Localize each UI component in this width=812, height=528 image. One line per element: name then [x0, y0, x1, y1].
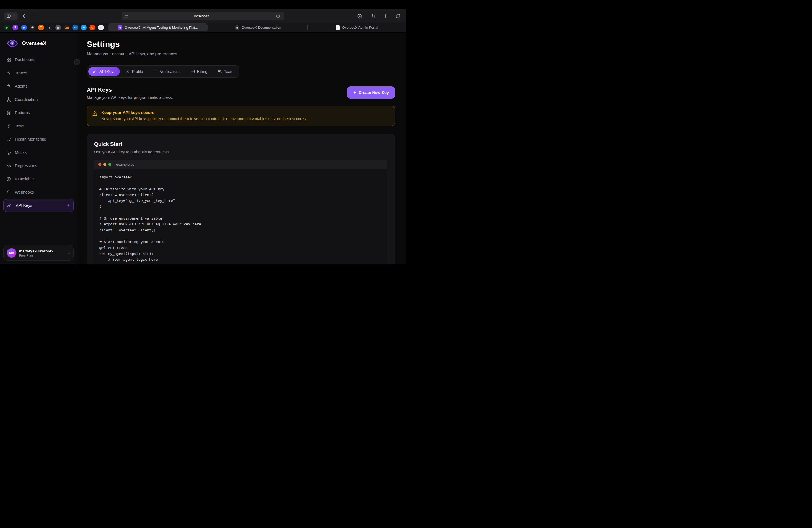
- user-icon: [126, 69, 130, 74]
- create-new-key-label: Create New Key: [359, 90, 389, 95]
- sidebar-item-label: AI Insights: [15, 177, 34, 181]
- sidebar-item-regressions[interactable]: Regressions: [0, 159, 77, 172]
- warning-title: Keep your API keys secure: [101, 110, 307, 115]
- sidebar-item-label: Health Monitoring: [15, 137, 46, 142]
- code-window-header: example.py: [95, 160, 387, 169]
- bookmark-favicon-blue-bird[interactable]: ➤: [81, 25, 87, 30]
- create-new-key-button[interactable]: + Create New Key: [347, 86, 395, 99]
- sidebar-item-patterns[interactable]: Patterns: [0, 106, 77, 119]
- reload-button[interactable]: [274, 14, 282, 18]
- traffic-light-green: [108, 163, 111, 166]
- tab-team[interactable]: Team: [213, 67, 238, 76]
- brand: OverseeX: [0, 33, 77, 52]
- quick-start-title: Quick Start: [94, 141, 388, 147]
- sidebar-item-label: Mocks: [15, 150, 27, 155]
- menu-bar-strip: [0, 0, 406, 10]
- sidebar-collapse-button[interactable]: ‹: [74, 59, 80, 65]
- tab-api-keys[interactable]: API Keys: [88, 67, 120, 76]
- bookmark-favicon-bar-chart[interactable]: ▂▅▇: [64, 25, 70, 30]
- browser-toolbar: localhost: [0, 10, 406, 23]
- bookmark-favicon-m[interactable]: m: [98, 25, 104, 30]
- traffic-light-yellow: [103, 163, 106, 166]
- tabs-overview-icon: [395, 14, 401, 18]
- downloads-button[interactable]: [356, 12, 364, 20]
- tab-label: API Keys: [99, 69, 115, 74]
- back-button[interactable]: [20, 12, 28, 19]
- key-icon: [7, 203, 12, 208]
- sidebar-item-coordination[interactable]: Coordination: [0, 93, 77, 106]
- bookmark-favicon-y[interactable]: Y: [38, 25, 44, 30]
- sidebar-item-label: Webhooks: [15, 190, 34, 194]
- sidebar-item-api-keys[interactable]: API Keys ✦: [3, 199, 74, 212]
- sidebar-item-ai-insights[interactable]: AI Insights: [0, 172, 77, 186]
- mocks-mask-icon: [6, 150, 11, 155]
- share-button[interactable]: [368, 12, 377, 19]
- page-subtitle: Manage your account, API keys, and prefe…: [87, 52, 395, 56]
- browser-tab-title: OverseeX Admin Portal: [342, 26, 378, 30]
- sidebar-item-traces[interactable]: Traces: [0, 66, 77, 79]
- code-filename: example.py: [116, 162, 134, 166]
- admin-portal-favicon: ✓: [336, 25, 340, 30]
- sidebar-item-tests[interactable]: Tests: [0, 119, 77, 133]
- warning-body: Never share your API keys publicly or co…: [101, 117, 307, 121]
- sidebar-panel-icon: [6, 14, 11, 18]
- key-icon: [93, 69, 97, 74]
- bookmark-favicon-purple-p[interactable]: P: [12, 25, 18, 30]
- bookmark-favicon-green-ring[interactable]: ◎: [4, 25, 10, 30]
- address-bar[interactable]: localhost: [121, 12, 285, 20]
- dashboard-icon: [6, 57, 11, 62]
- plus-icon: +: [353, 90, 356, 95]
- bookmark-favicon-blue-diamond[interactable]: ◆: [21, 25, 27, 30]
- sidebar-item-label: Traces: [15, 71, 27, 75]
- agents-icon: [6, 84, 11, 89]
- tab-notifications[interactable]: Notifications: [148, 67, 185, 76]
- browser-sidebar-toggle[interactable]: [4, 12, 18, 20]
- tab-label: Team: [224, 69, 233, 74]
- chevron-left-icon: [21, 14, 27, 18]
- sidebar-item-label: Tests: [15, 124, 24, 128]
- brand-name: OverseeX: [22, 40, 46, 46]
- address-text: localhost: [128, 14, 274, 18]
- bookmark-favicon-linkedin[interactable]: in: [72, 25, 78, 30]
- tab-billing[interactable]: Billing: [186, 67, 212, 76]
- section-subtitle: Manage your API keys for programmatic ac…: [87, 95, 173, 100]
- browser-tab-title: OverseeX Documentation: [242, 26, 281, 30]
- sidebar-item-label: API Keys: [16, 203, 32, 208]
- webhooks-bell-icon: [6, 190, 11, 195]
- new-tab-button[interactable]: [381, 12, 389, 19]
- documentation-favicon: ◉: [235, 25, 240, 30]
- sidebar-item-dashboard[interactable]: Dashboard: [0, 53, 77, 66]
- share-icon: [370, 14, 375, 18]
- chevron-down-icon: [12, 15, 15, 17]
- site-settings-icon[interactable]: [124, 14, 128, 18]
- code-window: example.py import overseex # Initialize …: [94, 160, 388, 264]
- ai-insights-brain-icon: [6, 176, 11, 182]
- app-shell: OverseeX ‹ Dashboard Traces Agents Coord…: [0, 33, 406, 264]
- overseex-favicon: ◉: [118, 25, 122, 30]
- browser-tab-overseex-app[interactable]: ◉ OverseeX - AI Agent Testing & Monitori…: [108, 24, 208, 31]
- sidebar-item-agents[interactable]: Agents: [0, 79, 77, 93]
- tab-overview-button[interactable]: [394, 12, 402, 19]
- tests-icon: [6, 123, 11, 129]
- bookmark-favicon-save[interactable]: ▤: [55, 25, 61, 30]
- bookmark-favicon-reddit[interactable]: ☺: [89, 25, 95, 30]
- bookmark-favicon-spiral[interactable]: ✳: [30, 25, 35, 30]
- bookmark-favicons: ◎ P ◆ ✳ Y ↑ ▤ ▂▅▇ in ➤ ☺ m: [0, 23, 107, 32]
- overseex-logo-eye-icon: [6, 39, 19, 47]
- sidebar: OverseeX ‹ Dashboard Traces Agents Coord…: [0, 33, 77, 264]
- browser-tab-title: OverseeX - AI Agent Testing & Monitoring…: [125, 26, 198, 30]
- sidebar-item-health-monitoring[interactable]: Health Monitoring: [0, 133, 77, 146]
- avatar: MA: [7, 248, 16, 258]
- sidebar-item-mocks[interactable]: Mocks: [0, 146, 77, 159]
- code-body: import overseex # Initialize with your A…: [95, 169, 387, 264]
- browser-tab-documentation[interactable]: ◉ OverseeX Documentation: [209, 23, 307, 32]
- forward-button[interactable]: [30, 12, 39, 19]
- browser-tab-strip: ◎ P ◆ ✳ Y ↑ ▤ ▂▅▇ in ➤ ☺ m ◉ OverseeX - …: [0, 23, 406, 33]
- browser-tab-admin-portal[interactable]: ✓ OverseeX Admin Portal: [308, 23, 406, 32]
- sidebar-item-webhooks[interactable]: Webhooks: [0, 186, 77, 199]
- credit-card-icon: [191, 69, 195, 74]
- tab-profile[interactable]: Profile: [121, 67, 147, 76]
- user-card[interactable]: MA maitreyakulkarni95... Free Plan ⌄: [3, 245, 74, 261]
- patterns-icon: [6, 110, 11, 115]
- bookmark-favicon-up-arrow[interactable]: ↑: [47, 25, 53, 30]
